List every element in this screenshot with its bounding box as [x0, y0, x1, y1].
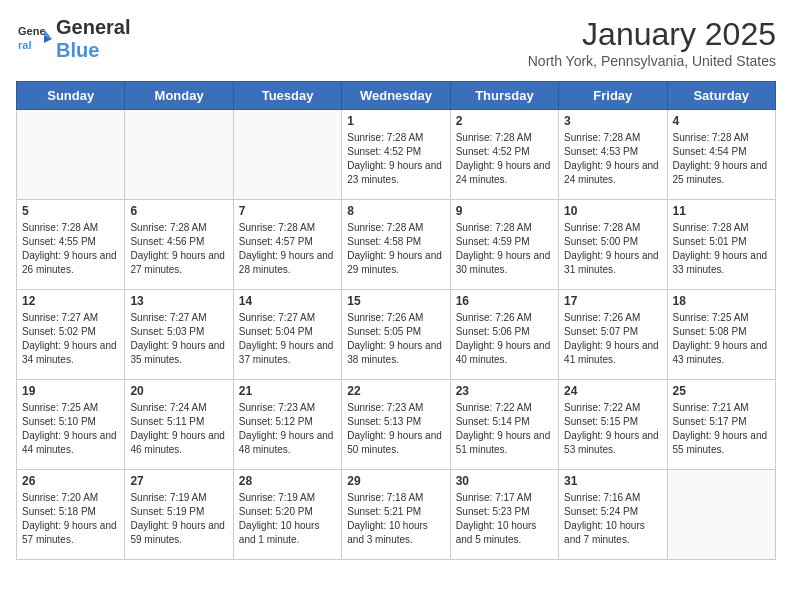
day-number: 6	[130, 204, 227, 218]
day-number: 11	[673, 204, 770, 218]
day-number: 10	[564, 204, 661, 218]
calendar-cell: 11Sunrise: 7:28 AM Sunset: 5:01 PM Dayli…	[667, 200, 775, 290]
calendar-cell: 15Sunrise: 7:26 AM Sunset: 5:05 PM Dayli…	[342, 290, 450, 380]
month-title: January 2025	[528, 16, 776, 53]
day-number: 14	[239, 294, 336, 308]
calendar-cell: 3Sunrise: 7:28 AM Sunset: 4:53 PM Daylig…	[559, 110, 667, 200]
calendar-cell: 30Sunrise: 7:17 AM Sunset: 5:23 PM Dayli…	[450, 470, 558, 560]
calendar-cell: 17Sunrise: 7:26 AM Sunset: 5:07 PM Dayli…	[559, 290, 667, 380]
day-number: 7	[239, 204, 336, 218]
day-info: Sunrise: 7:28 AM Sunset: 5:00 PM Dayligh…	[564, 221, 661, 277]
day-info: Sunrise: 7:19 AM Sunset: 5:19 PM Dayligh…	[130, 491, 227, 547]
day-number: 3	[564, 114, 661, 128]
calendar-cell	[17, 110, 125, 200]
day-number: 22	[347, 384, 444, 398]
day-number: 23	[456, 384, 553, 398]
day-number: 2	[456, 114, 553, 128]
calendar-cell: 10Sunrise: 7:28 AM Sunset: 5:00 PM Dayli…	[559, 200, 667, 290]
day-info: Sunrise: 7:26 AM Sunset: 5:07 PM Dayligh…	[564, 311, 661, 367]
day-info: Sunrise: 7:28 AM Sunset: 4:58 PM Dayligh…	[347, 221, 444, 277]
calendar-cell: 1Sunrise: 7:28 AM Sunset: 4:52 PM Daylig…	[342, 110, 450, 200]
calendar-cell: 16Sunrise: 7:26 AM Sunset: 5:06 PM Dayli…	[450, 290, 558, 380]
day-number: 17	[564, 294, 661, 308]
calendar-cell: 24Sunrise: 7:22 AM Sunset: 5:15 PM Dayli…	[559, 380, 667, 470]
day-number: 8	[347, 204, 444, 218]
day-number: 19	[22, 384, 119, 398]
day-info: Sunrise: 7:25 AM Sunset: 5:08 PM Dayligh…	[673, 311, 770, 367]
calendar-cell: 2Sunrise: 7:28 AM Sunset: 4:52 PM Daylig…	[450, 110, 558, 200]
day-info: Sunrise: 7:28 AM Sunset: 4:57 PM Dayligh…	[239, 221, 336, 277]
day-info: Sunrise: 7:28 AM Sunset: 5:01 PM Dayligh…	[673, 221, 770, 277]
weekday-header-row: SundayMondayTuesdayWednesdayThursdayFrid…	[17, 82, 776, 110]
calendar-cell	[233, 110, 341, 200]
day-number: 1	[347, 114, 444, 128]
calendar-table: SundayMondayTuesdayWednesdayThursdayFrid…	[16, 81, 776, 560]
day-number: 4	[673, 114, 770, 128]
calendar-cell: 22Sunrise: 7:23 AM Sunset: 5:13 PM Dayli…	[342, 380, 450, 470]
day-number: 15	[347, 294, 444, 308]
day-info: Sunrise: 7:21 AM Sunset: 5:17 PM Dayligh…	[673, 401, 770, 457]
day-info: Sunrise: 7:23 AM Sunset: 5:12 PM Dayligh…	[239, 401, 336, 457]
day-info: Sunrise: 7:22 AM Sunset: 5:15 PM Dayligh…	[564, 401, 661, 457]
calendar-cell: 27Sunrise: 7:19 AM Sunset: 5:19 PM Dayli…	[125, 470, 233, 560]
weekday-header-cell: Saturday	[667, 82, 775, 110]
calendar-week-row: 1Sunrise: 7:28 AM Sunset: 4:52 PM Daylig…	[17, 110, 776, 200]
day-info: Sunrise: 7:22 AM Sunset: 5:14 PM Dayligh…	[456, 401, 553, 457]
day-number: 31	[564, 474, 661, 488]
day-number: 12	[22, 294, 119, 308]
day-info: Sunrise: 7:17 AM Sunset: 5:23 PM Dayligh…	[456, 491, 553, 547]
day-number: 20	[130, 384, 227, 398]
day-info: Sunrise: 7:28 AM Sunset: 4:59 PM Dayligh…	[456, 221, 553, 277]
day-number: 26	[22, 474, 119, 488]
calendar-cell: 6Sunrise: 7:28 AM Sunset: 4:56 PM Daylig…	[125, 200, 233, 290]
calendar-cell: 9Sunrise: 7:28 AM Sunset: 4:59 PM Daylig…	[450, 200, 558, 290]
weekday-header-cell: Thursday	[450, 82, 558, 110]
weekday-header-cell: Sunday	[17, 82, 125, 110]
day-number: 27	[130, 474, 227, 488]
weekday-header-cell: Tuesday	[233, 82, 341, 110]
day-number: 29	[347, 474, 444, 488]
calendar-cell: 19Sunrise: 7:25 AM Sunset: 5:10 PM Dayli…	[17, 380, 125, 470]
calendar-cell	[667, 470, 775, 560]
day-number: 25	[673, 384, 770, 398]
calendar-week-row: 12Sunrise: 7:27 AM Sunset: 5:02 PM Dayli…	[17, 290, 776, 380]
day-info: Sunrise: 7:18 AM Sunset: 5:21 PM Dayligh…	[347, 491, 444, 547]
day-number: 21	[239, 384, 336, 398]
logo-text-blue: Blue	[56, 39, 99, 61]
calendar-cell: 21Sunrise: 7:23 AM Sunset: 5:12 PM Dayli…	[233, 380, 341, 470]
day-info: Sunrise: 7:25 AM Sunset: 5:10 PM Dayligh…	[22, 401, 119, 457]
day-info: Sunrise: 7:26 AM Sunset: 5:05 PM Dayligh…	[347, 311, 444, 367]
svg-text:Gene: Gene	[18, 25, 46, 37]
calendar-cell	[125, 110, 233, 200]
calendar-cell: 31Sunrise: 7:16 AM Sunset: 5:24 PM Dayli…	[559, 470, 667, 560]
day-info: Sunrise: 7:28 AM Sunset: 4:56 PM Dayligh…	[130, 221, 227, 277]
calendar-cell: 18Sunrise: 7:25 AM Sunset: 5:08 PM Dayli…	[667, 290, 775, 380]
calendar-body: 1Sunrise: 7:28 AM Sunset: 4:52 PM Daylig…	[17, 110, 776, 560]
day-info: Sunrise: 7:16 AM Sunset: 5:24 PM Dayligh…	[564, 491, 661, 547]
logo-svg-icon: Gene ral	[16, 21, 52, 57]
day-info: Sunrise: 7:28 AM Sunset: 4:55 PM Dayligh…	[22, 221, 119, 277]
calendar-cell: 25Sunrise: 7:21 AM Sunset: 5:17 PM Dayli…	[667, 380, 775, 470]
day-info: Sunrise: 7:24 AM Sunset: 5:11 PM Dayligh…	[130, 401, 227, 457]
day-number: 24	[564, 384, 661, 398]
calendar-cell: 20Sunrise: 7:24 AM Sunset: 5:11 PM Dayli…	[125, 380, 233, 470]
day-number: 18	[673, 294, 770, 308]
day-number: 30	[456, 474, 553, 488]
day-number: 5	[22, 204, 119, 218]
calendar-cell: 14Sunrise: 7:27 AM Sunset: 5:04 PM Dayli…	[233, 290, 341, 380]
day-number: 28	[239, 474, 336, 488]
calendar-cell: 29Sunrise: 7:18 AM Sunset: 5:21 PM Dayli…	[342, 470, 450, 560]
calendar-cell: 23Sunrise: 7:22 AM Sunset: 5:14 PM Dayli…	[450, 380, 558, 470]
calendar-week-row: 26Sunrise: 7:20 AM Sunset: 5:18 PM Dayli…	[17, 470, 776, 560]
calendar-cell: 13Sunrise: 7:27 AM Sunset: 5:03 PM Dayli…	[125, 290, 233, 380]
day-info: Sunrise: 7:28 AM Sunset: 4:52 PM Dayligh…	[456, 131, 553, 187]
location-title: North York, Pennsylvania, United States	[528, 53, 776, 69]
day-info: Sunrise: 7:28 AM Sunset: 4:53 PM Dayligh…	[564, 131, 661, 187]
svg-text:ral: ral	[18, 39, 31, 51]
calendar-cell: 4Sunrise: 7:28 AM Sunset: 4:54 PM Daylig…	[667, 110, 775, 200]
weekday-header-cell: Friday	[559, 82, 667, 110]
calendar-cell: 5Sunrise: 7:28 AM Sunset: 4:55 PM Daylig…	[17, 200, 125, 290]
day-info: Sunrise: 7:27 AM Sunset: 5:03 PM Dayligh…	[130, 311, 227, 367]
day-info: Sunrise: 7:27 AM Sunset: 5:02 PM Dayligh…	[22, 311, 119, 367]
title-area: January 2025 North York, Pennsylvania, U…	[528, 16, 776, 69]
